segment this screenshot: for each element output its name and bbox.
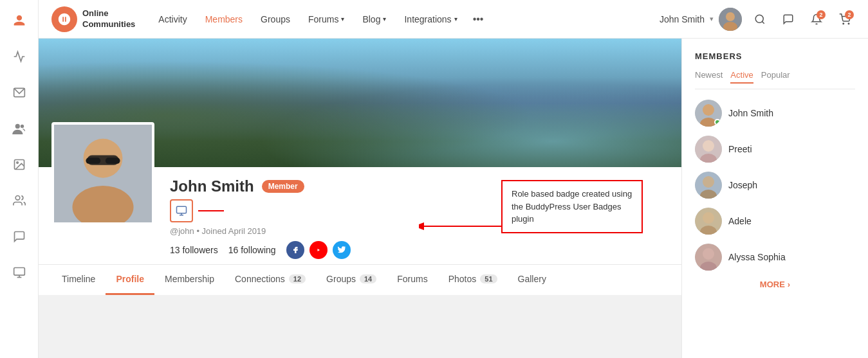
youtube-link[interactable] (309, 241, 328, 259)
member-item[interactable]: Adele (695, 208, 855, 235)
twitter-link[interactable] (333, 241, 351, 259)
profile-stats: 13 followers 16 following (170, 241, 656, 259)
user-badge-icon[interactable] (170, 199, 193, 222)
profile-main: John Smith Member @john • Jo (39, 39, 681, 358)
notifications-button[interactable]: 2 (806, 9, 827, 30)
cart-badge: 2 (845, 10, 854, 19)
forums-chevron: ▾ (341, 15, 344, 22)
svg-point-5 (15, 196, 20, 201)
contacts-icon[interactable] (9, 190, 30, 211)
svg-point-12 (755, 15, 763, 22)
envelope-icon[interactable] (9, 82, 30, 103)
logo-text: Online Communities (82, 8, 135, 30)
messages-button[interactable] (778, 9, 799, 30)
svg-point-34 (703, 140, 714, 152)
profile-avatar-wrap (51, 122, 154, 259)
svg-point-43 (703, 248, 714, 260)
more-members-link[interactable]: MORE › (695, 280, 855, 289)
facebook-link[interactable] (286, 241, 304, 259)
nav-activity[interactable]: Activity (151, 9, 194, 30)
online-indicator (714, 119, 721, 125)
svg-point-40 (703, 212, 714, 224)
tab-membership[interactable]: Membership (154, 265, 225, 295)
search-button[interactable] (750, 9, 770, 30)
svg-point-14 (843, 23, 844, 24)
member-name-alyssa: Alyssa Sophia (728, 252, 786, 262)
svg-rect-6 (14, 268, 24, 276)
groups-count: 14 (360, 274, 376, 283)
member-name-adele: Adele (728, 216, 752, 226)
svg-line-13 (762, 21, 764, 23)
svg-point-2 (20, 125, 23, 128)
integrations-chevron: ▾ (454, 15, 457, 22)
members-tab-popular[interactable]: Popular (761, 70, 790, 84)
member-avatar-joseph (695, 172, 722, 199)
member-item[interactable]: Alyssa Sophia (695, 244, 855, 271)
member-name-john: John Smith (728, 108, 773, 118)
notification-badge: 2 (817, 10, 826, 19)
annotation-box: Role based badge created using the Buddy… (501, 180, 643, 233)
member-name-joseph: Joseph (728, 180, 757, 190)
more-nav-button[interactable]: ••• (468, 8, 489, 30)
tab-connections[interactable]: Connections 12 (225, 265, 316, 295)
tab-timeline[interactable]: Timeline (51, 265, 106, 295)
tab-profile[interactable]: Profile (106, 265, 154, 295)
image-icon[interactable] (9, 154, 30, 175)
nav-forums[interactable]: Forums ▾ (300, 9, 352, 30)
right-sidebar: MEMBERS Newest Active Popular John Smith (681, 39, 868, 358)
top-nav: Online Communities Activity Members Grou… (39, 0, 868, 39)
member-avatar-adele (695, 208, 722, 235)
user-menu[interactable]: John Smith ▾ (660, 8, 742, 31)
member-avatar-john (695, 100, 722, 127)
group-icon[interactable] (9, 118, 30, 139)
members-tab-active[interactable]: Active (730, 70, 753, 84)
members-tabs: Newest Active Popular (695, 70, 855, 89)
member-item[interactable]: John Smith (695, 100, 855, 127)
nav-right: John Smith ▾ 2 2 (660, 8, 855, 31)
cart-button[interactable]: 2 (835, 9, 855, 30)
following-link[interactable]: 16 following (228, 245, 276, 255)
logo-area[interactable]: Online Communities (51, 6, 135, 32)
member-name-preeti: Preeti (728, 144, 752, 154)
profile-avatar (51, 122, 154, 225)
member-badge: Member (262, 180, 304, 193)
member-avatar-alyssa (695, 244, 722, 271)
nav-blog[interactable]: Blog ▾ (355, 9, 394, 30)
svg-point-10 (726, 12, 735, 21)
main-content: Online Communities Activity Members Grou… (39, 0, 868, 358)
profile-name: John Smith (170, 177, 254, 195)
profile-tabs: Timeline Profile Membership Connections … (39, 264, 681, 295)
svg-point-15 (848, 23, 849, 24)
profile-joined: Joined April 2019 (202, 226, 266, 236)
user-icon[interactable] (9, 10, 30, 31)
user-name-label: John Smith (660, 14, 705, 24)
svg-point-37 (703, 176, 714, 188)
nav-integrations[interactable]: Integrations ▾ (396, 9, 465, 30)
nav-links: Activity Members Groups Forums ▾ Blog ▾ … (151, 8, 660, 30)
user-avatar (719, 8, 742, 31)
more-chevron-icon: › (788, 280, 790, 289)
member-item[interactable]: Joseph (695, 172, 855, 199)
profile-separator: • (196, 226, 201, 236)
members-section-title: MEMBERS (695, 51, 855, 61)
profile-content: John Smith Member @john • Jo (39, 167, 681, 295)
chat-icon[interactable] (9, 226, 30, 247)
svg-rect-22 (177, 206, 187, 213)
nav-groups[interactable]: Groups (253, 9, 298, 30)
tab-groups[interactable]: Groups 14 (316, 265, 387, 295)
left-sidebar (0, 0, 39, 358)
user-menu-chevron: ▾ (710, 15, 714, 23)
tab-forums[interactable]: Forums (387, 265, 438, 295)
blog-chevron: ▾ (383, 15, 386, 22)
activity-icon[interactable] (9, 46, 30, 67)
followers-link[interactable]: 13 followers (170, 245, 218, 255)
members-tab-newest[interactable]: Newest (695, 70, 723, 84)
svg-point-1 (15, 124, 19, 129)
member-item[interactable]: Preeti (695, 136, 855, 163)
monitor-icon[interactable] (9, 262, 30, 283)
photos-count: 51 (480, 274, 497, 283)
tab-gallery[interactable]: Gallery (508, 265, 557, 295)
nav-members[interactable]: Members (198, 9, 250, 30)
svg-point-4 (16, 162, 17, 164)
tab-photos[interactable]: Photos 51 (438, 265, 508, 295)
